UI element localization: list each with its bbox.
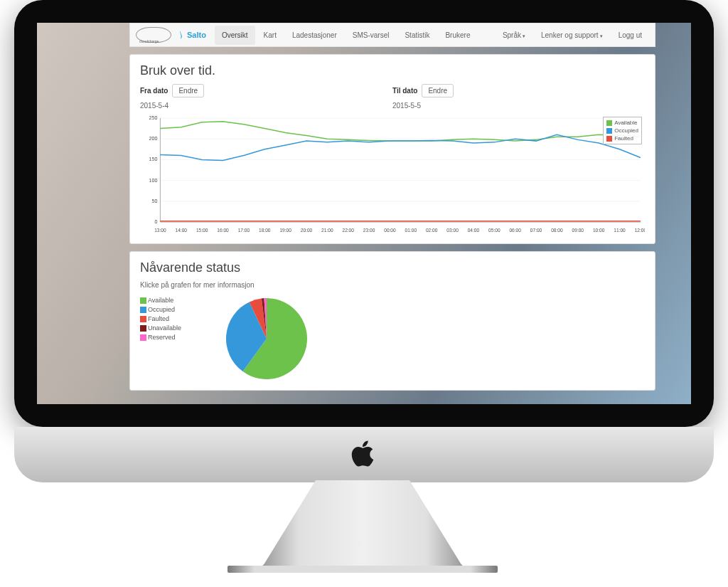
line-chart-legend: AvailableOccupiedFaulted <box>603 117 642 144</box>
nav-item-statistik[interactable]: Statistik <box>397 26 437 45</box>
nav-item-oversikt[interactable]: Oversikt <box>215 26 255 45</box>
monitor-foot <box>228 566 498 573</box>
svg-text:00:00: 00:00 <box>384 228 396 233</box>
chevron-down-icon: ▾ <box>600 33 603 38</box>
pie-chart-legend: AvailableOccupiedFaultedUnavailableReser… <box>140 296 181 381</box>
to-date-value: 2015-5-5 <box>392 99 645 110</box>
panel-subtitle: Klicke på grafen for mer informasjon <box>140 281 645 289</box>
monitor-screen: Salto OversiktKartLadestasjonerSMS-varse… <box>37 23 691 404</box>
svg-text:100: 100 <box>149 178 157 183</box>
svg-text:02:00: 02:00 <box>426 228 438 233</box>
from-date-value: 2015-5-4 <box>140 99 392 110</box>
svg-text:19:00: 19:00 <box>279 228 291 233</box>
from-date-change-button[interactable]: Endre <box>172 84 204 97</box>
svg-text:14:00: 14:00 <box>176 228 188 233</box>
svg-text:50: 50 <box>151 199 157 203</box>
cloudcharge-logo <box>136 27 171 43</box>
nav-item-ladestasjoner[interactable]: Ladestasjoner <box>285 26 344 45</box>
nav-language[interactable]: Språk▾ <box>496 26 532 45</box>
svg-text:17:00: 17:00 <box>238 228 250 233</box>
to-date-label: Til dato <box>392 87 417 95</box>
svg-text:20:00: 20:00 <box>301 228 313 233</box>
svg-text:01:00: 01:00 <box>405 228 417 233</box>
nav-item-kart[interactable]: Kart <box>257 26 284 45</box>
svg-text:06:00: 06:00 <box>509 228 521 233</box>
nav-logout[interactable]: Logg ut <box>611 26 649 45</box>
svg-text:12:00: 12:00 <box>635 228 645 233</box>
from-date-label: Fra dato <box>140 87 168 95</box>
usage-over-time-panel: Bruk over tid. Fra dato Endre Til dato E… <box>129 54 655 244</box>
svg-text:150: 150 <box>149 157 157 162</box>
top-navbar: Salto OversiktKartLadestasjonerSMS-varse… <box>129 23 655 47</box>
svg-text:0: 0 <box>154 219 157 224</box>
svg-text:16:00: 16:00 <box>217 228 229 233</box>
panel-title: Nåvarende status <box>140 260 645 275</box>
nav-item-brukere[interactable]: Brukere <box>438 26 477 45</box>
salto-logo: Salto <box>176 30 206 40</box>
line-chart[interactable]: 05010015020025013:0014:0015:0016:0017:00… <box>140 114 645 235</box>
monitor-stand <box>256 480 469 573</box>
svg-text:200: 200 <box>149 136 157 141</box>
svg-text:22:00: 22:00 <box>342 228 354 233</box>
svg-text:10:00: 10:00 <box>593 228 605 233</box>
date-row: Fra dato Endre Til dato Endre <box>140 84 645 97</box>
svg-text:09:00: 09:00 <box>572 228 584 233</box>
nav-support[interactable]: Lenker og support▾ <box>534 26 610 45</box>
svg-text:04:00: 04:00 <box>468 228 480 233</box>
pie-chart[interactable] <box>203 296 331 381</box>
svg-text:15:00: 15:00 <box>196 228 208 233</box>
svg-text:23:00: 23:00 <box>363 228 375 233</box>
svg-text:03:00: 03:00 <box>446 228 459 233</box>
panel-title: Bruk over tid. <box>140 63 645 78</box>
svg-text:08:00: 08:00 <box>551 228 563 233</box>
svg-text:07:00: 07:00 <box>530 228 542 233</box>
apple-logo-icon <box>327 438 398 470</box>
current-status-panel: Nåvarende status Klicke på grafen for me… <box>129 251 655 391</box>
svg-text:18:00: 18:00 <box>259 228 271 233</box>
svg-text:11:00: 11:00 <box>614 228 626 233</box>
svg-text:21:00: 21:00 <box>321 228 333 233</box>
chevron-down-icon: ▾ <box>523 33 525 38</box>
svg-text:13:00: 13:00 <box>154 228 166 233</box>
nav-item-sms-varsel[interactable]: SMS-varsel <box>346 26 397 45</box>
svg-text:250: 250 <box>149 115 157 120</box>
app-window: Salto OversiktKartLadestasjonerSMS-varse… <box>129 23 655 404</box>
monitor-bezel: Salto OversiktKartLadestasjonerSMS-varse… <box>14 0 714 427</box>
to-date-change-button[interactable]: Endre <box>422 84 454 97</box>
svg-text:05:00: 05:00 <box>488 228 500 233</box>
